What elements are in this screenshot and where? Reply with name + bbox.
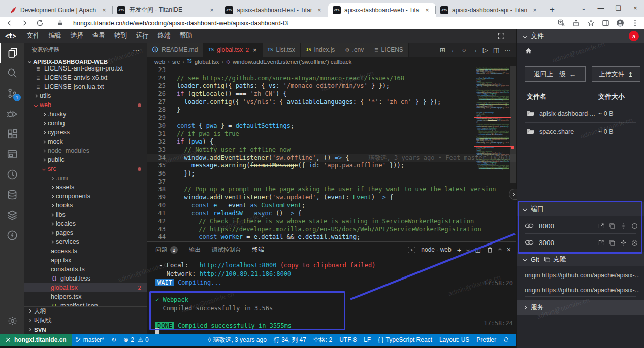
menu-dots-icon[interactable] [631, 19, 639, 27]
back-icon[interactable] [5, 19, 13, 27]
services-section-header[interactable]: 服务 [517, 300, 644, 315]
activity-extensions-icon[interactable] [0, 124, 24, 144]
panel-tab-问题[interactable]: 问题2 [155, 242, 178, 257]
browser-tab[interactable]: Development Guide | Apache× [5, 3, 113, 17]
tab-close-icon[interactable]: × [531, 6, 539, 14]
status-UTF-8[interactable]: UTF-8 [336, 336, 360, 343]
tree-folder-libs[interactable]: libs [24, 210, 147, 219]
tab-close-icon[interactable]: × [423, 6, 431, 14]
status-Layout: US[interactable]: Layout: US [436, 336, 473, 343]
tree-folder-public[interactable]: public [24, 155, 147, 164]
maximize-panel-icon[interactable] [498, 248, 502, 251]
tree-folder-utils[interactable]: utils [24, 91, 147, 100]
editor-tab-.env[interactable]: ⚙.env [340, 43, 369, 57]
tree-folder-node_modules[interactable]: node_modules [24, 146, 147, 155]
tree-file-helpers.tsx[interactable]: TShelpers.tsx [24, 292, 147, 301]
activity-preview-icon[interactable] [0, 144, 24, 164]
tree-folder-locales[interactable]: locales [24, 219, 147, 228]
editor-tab-index.js[interactable]: JSindex.js [301, 43, 341, 57]
menu-item-7[interactable]: 帮助 [175, 31, 197, 40]
reading-list-icon[interactable] [601, 19, 609, 27]
tree-folder-web[interactable]: web [24, 100, 147, 110]
sidebar-section-时间线[interactable]: 时间线 [24, 316, 147, 325]
panel-tab-输出[interactable]: 输出 [189, 242, 201, 257]
close-window-icon[interactable]: × [627, 4, 644, 12]
user-badge[interactable]: a [629, 31, 639, 41]
tab-close-icon[interactable]: × [253, 46, 257, 54]
file-row-apisix-dashboard-...[interactable]: apisix-dashboard-...~ 0 B [527, 106, 635, 121]
tree-folder-services[interactable]: services [24, 237, 147, 247]
files-section-header[interactable]: 文件 a [517, 29, 644, 43]
status-琚致远, 3 years ago[interactable]: ◊琚致远, 3 years ago [205, 336, 270, 344]
breadcrumb-item[interactable]: src [172, 59, 180, 65]
settings-gear-icon[interactable] [0, 310, 24, 331]
tree-folder-mock[interactable]: mock [24, 137, 147, 146]
browser-tab[interactable]: <t>apisix-dashboard-test - TitanID× [220, 3, 328, 17]
panel-tab-调试控制台[interactable]: 调试控制台 [212, 242, 241, 257]
activity-run-debug-icon[interactable] [0, 103, 24, 124]
activity-explorer-icon[interactable] [0, 43, 24, 63]
breadcrumb-item[interactable]: window.addEventListener('sw.offline') ca… [233, 59, 351, 65]
panel-tab-终端[interactable]: 终端 [252, 242, 264, 257]
editor-tab-List.tsx[interactable]: TSList.tsx [263, 43, 301, 57]
menu-item-5[interactable]: 运行 [132, 31, 153, 40]
sync-icon[interactable]: ↻ [108, 336, 120, 343]
split-editor-icon[interactable]: ◫ [493, 46, 499, 54]
menu-item-4[interactable]: 转到 [110, 31, 132, 40]
tree-folder-pages[interactable]: pages [24, 228, 147, 237]
menu-item-0[interactable]: 文件 [22, 31, 44, 40]
tab-close-icon[interactable]: × [208, 6, 216, 14]
editor-tab-LICENS[interactable]: ≡LICENS [369, 43, 409, 57]
fullscreen-icon[interactable] [498, 32, 505, 40]
activity-source-control-icon[interactable]: 1 [0, 83, 24, 103]
status-空格: 2[interactable]: 空格: 2 [310, 336, 336, 344]
tree-folder-assets[interactable]: assets [24, 183, 147, 192]
home-icon[interactable] [525, 47, 532, 54]
tree-file-constants.ts[interactable]: TSconstants.ts [24, 265, 147, 274]
breadcrumb-item[interactable]: global.tsx [195, 59, 219, 65]
trash-icon[interactable] [487, 247, 493, 253]
git-branch-status[interactable]: master* [72, 336, 108, 343]
activity-zap-icon[interactable] [0, 225, 24, 246]
panel-expander-button[interactable] [509, 189, 517, 200]
file-row-space.share[interactable]: space.share~ 0 B [527, 124, 635, 140]
minimap[interactable]: // see https://github.com/suren-atoyan/m… [475, 66, 509, 198]
tree-folder-components[interactable]: components [24, 192, 147, 201]
activity-search-icon[interactable] [0, 63, 24, 83]
translate-icon[interactable] [557, 19, 565, 27]
breadcrumb[interactable]: web›src›TSglobal.tsx›◇window.addEventLis… [147, 57, 516, 66]
menu-item-3[interactable]: 查看 [88, 31, 110, 40]
activity-database-icon[interactable] [0, 185, 24, 205]
problems-status[interactable]: ⊗ 2 ⚠ 0 [120, 336, 152, 343]
tree-file-LICENSE-json.lua.txt[interactable]: ≡LICENSE-json.lua.txt [24, 82, 147, 91]
menu-item-1[interactable]: 编辑 [44, 31, 66, 40]
shell-label[interactable]: node - web [421, 246, 451, 253]
sidebar-section-大纲[interactable]: 大纲 [24, 306, 147, 316]
activity-layers-icon[interactable] [0, 205, 24, 225]
menu-item-2[interactable]: 选择 [66, 31, 88, 40]
chrome-menu-caret-icon[interactable]: ⌄ [575, 4, 592, 12]
status-行 34, 列 47[interactable]: 行 34, 列 47 [270, 336, 310, 344]
chevron-down-icon[interactable] [466, 248, 470, 251]
maximize-icon[interactable]: ❏ [609, 4, 627, 12]
tree-folder-src[interactable]: src [24, 164, 147, 173]
share-icon[interactable] [572, 19, 580, 27]
editor-tab-global.tsx[interactable]: TSglobal.tsx2× [203, 43, 262, 57]
browser-tab[interactable]: <t>开发空间 - TitanIDE× [113, 3, 220, 17]
editor-scrollbar[interactable] [510, 66, 516, 183]
editor-tab-README.md[interactable]: ⓘREADME.md [147, 43, 203, 57]
browser-tab[interactable]: <t>apisix-dashboard-api - TitanID× [436, 3, 543, 17]
tree-folder-.umi[interactable]: .umi [24, 173, 147, 183]
browser-tab[interactable]: <t>apisix-dashboard-web - TitanI× [328, 3, 436, 17]
minimize-icon[interactable]: — [592, 4, 609, 12]
tab-close-icon[interactable]: × [315, 6, 324, 14]
tree-file-global.tsx[interactable]: TSglobal.tsx2 [24, 283, 147, 292]
sidebar-section-SVN[interactable]: SVN [24, 325, 147, 334]
breadcrumb-item[interactable]: web [154, 59, 165, 65]
remote-indicator[interactable]: hongxi.titanide.cn [0, 334, 72, 346]
clone-label[interactable]: 克隆 [553, 255, 566, 264]
new-terminal-icon[interactable]: + [457, 246, 462, 254]
git-remote-row[interactable]: origin https://github.com/apache/apisix-… [525, 268, 639, 283]
status-bell-icon[interactable] [500, 337, 513, 343]
tree-file-global.less[interactable]: {}global.less [24, 274, 147, 283]
